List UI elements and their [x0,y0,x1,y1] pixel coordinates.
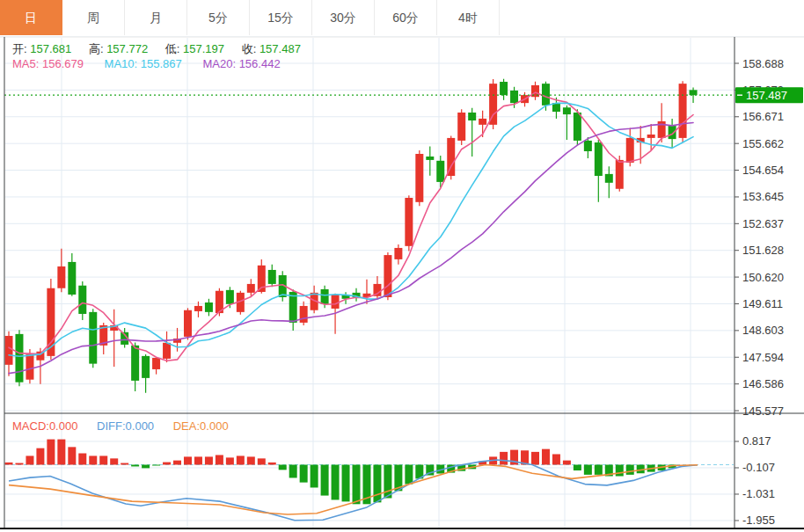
price-tick-label: 148.603 [742,324,784,337]
candle-body [152,358,160,369]
tab-15min[interactable]: 15分 [250,0,312,35]
macd-bar [89,455,97,464]
current-price-badge-value: 157.487 [746,89,787,102]
candle-body [163,343,171,359]
candle-body [394,248,402,259]
candle-body [542,84,550,106]
tab-30min[interactable]: 30分 [312,0,375,35]
macd-bar [626,465,634,475]
macd-bar [574,465,581,470]
tab-4hour[interactable]: 4时 [437,0,500,35]
candle-body [479,119,486,125]
macd-bar [405,465,413,485]
candle-body [647,135,655,138]
candle-body [268,270,276,284]
price-tick-label: 158.688 [742,57,784,70]
candle-body [184,310,192,337]
candle-body [131,346,139,381]
candle-body [669,126,676,139]
price-tick-label: 150.620 [742,271,784,284]
candle-body [226,290,234,304]
tab-week[interactable]: 周 [62,0,125,35]
price-tick-label: 145.577 [742,404,784,418]
price-tick-label: 146.586 [742,377,784,390]
macd-bar [163,463,171,465]
candle-body [510,91,518,103]
macd-bar [595,465,603,475]
macd-bar [289,465,297,478]
candle-body [247,284,255,293]
candle-body [321,289,329,304]
candle-body [26,354,33,380]
macd-bar [332,465,340,500]
macd-bar [616,465,624,477]
macd-bar [353,465,361,505]
macd-bar [500,452,508,465]
tab-60min[interactable]: 60分 [375,0,437,35]
macd-bar [384,465,391,499]
macd-bar [68,447,76,464]
candle-body [616,160,624,189]
price-tick-label: 151.628 [742,244,784,257]
kline-chart-app: 158.688157.679156.671155.662154.654153.6… [0,0,804,532]
candle-body [78,286,86,314]
candle-body [500,82,508,95]
macd-bar [121,463,128,465]
macd-bar [584,465,592,475]
macd-bar [5,463,13,465]
candle-body [300,306,308,323]
candle-body [574,113,581,141]
macd-bar [321,465,329,496]
candle-body [89,312,97,364]
tab-5min[interactable]: 5分 [187,0,250,35]
macd-tick-label: -1.031 [742,487,775,500]
macd-bar [237,455,245,464]
macd-bar [152,465,160,466]
price-tick-label: 156.671 [742,110,784,123]
candle-body [5,336,13,365]
macd-tick-label: 0.817 [742,434,771,448]
macd-bar [258,458,266,464]
candle-body [332,295,340,309]
macd-bar [216,455,223,464]
macd-bar [226,457,234,464]
macd-bar [99,455,107,464]
candle-body [626,138,634,163]
candle-body [426,157,434,160]
macd-bar [47,440,55,465]
macd-tick-label: -0.107 [742,461,775,474]
macd-bar [205,456,213,464]
macd-bar [142,465,150,469]
tab-day[interactable]: 日 [0,0,62,35]
macd-bar [194,456,202,464]
macd-bar [311,465,318,488]
macd-bar [563,461,571,465]
macd-tick-label: -1.955 [742,514,775,527]
candle-body [605,174,613,183]
macd-bar [300,465,308,483]
candle-body [142,356,150,378]
macd-bar [342,465,350,502]
candle-body [415,154,423,202]
candle-body [468,113,476,120]
macd-bar [36,448,44,465]
candle-body [447,138,455,176]
candle-body [68,262,76,295]
macd-bar [552,454,560,464]
candle-body [205,302,213,312]
price-tick-label: 147.594 [742,351,784,364]
price-tick-label: 149.611 [742,297,783,310]
candle-body [563,107,571,114]
macd-bar [542,449,550,465]
macd-bar [131,465,139,467]
candle-body [436,161,444,182]
macd-bar [531,452,539,465]
tab-month[interactable]: 月 [125,0,187,35]
price-tick-label: 154.654 [742,164,784,177]
candle-body [690,90,698,95]
candle-body [457,113,465,141]
macd-bar [184,456,192,464]
candle-body [57,266,65,288]
chart-svg[interactable]: 158.688157.679156.671155.662154.654153.6… [0,0,804,532]
macd-bar [247,456,255,464]
